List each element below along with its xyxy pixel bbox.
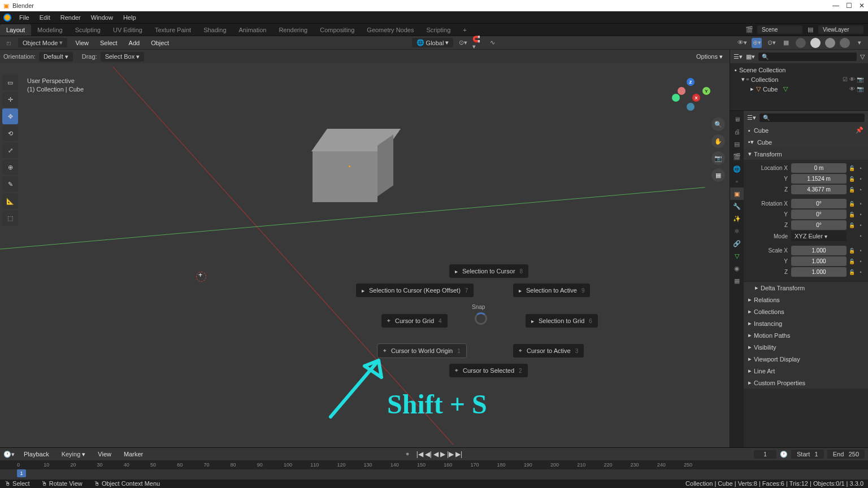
zoom-button[interactable]: 🔍 bbox=[711, 117, 725, 131]
menu-edit[interactable]: Edit bbox=[35, 12, 55, 23]
pie-cursor-to-active[interactable]: ⌖Cursor to Active3 bbox=[513, 344, 584, 358]
pie-cursor-to-world-origin[interactable]: ⌖Cursor to World Origin1 bbox=[377, 344, 466, 358]
shade-solid[interactable] bbox=[810, 38, 821, 48]
pie-selection-to-cursor-offset[interactable]: ▸Selection to Cursor (Keep Offset)7 bbox=[356, 284, 474, 297]
tab-add[interactable]: + bbox=[457, 24, 472, 36]
orient-field[interactable]: Default ▾ bbox=[39, 52, 73, 62]
tab-geonodes[interactable]: Geometry Nodes bbox=[361, 24, 420, 36]
tab-render[interactable]: 🖥 bbox=[730, 113, 744, 125]
menu-render[interactable]: Render bbox=[56, 12, 85, 23]
tl-playback[interactable]: Playback bbox=[20, 450, 53, 459]
tab-texturepaint[interactable]: Texture Paint bbox=[149, 24, 197, 36]
gizmo-x[interactable]: X bbox=[692, 94, 700, 102]
tab-animation[interactable]: Animation bbox=[233, 24, 273, 36]
props-datablock[interactable]: ▪▾ Cube bbox=[744, 136, 868, 148]
play-button[interactable]: ▶ bbox=[440, 450, 445, 458]
tab-material[interactable]: ◉ bbox=[730, 262, 744, 274]
end-frame[interactable]: End 250 bbox=[827, 450, 865, 459]
gizmo-neg-y[interactable] bbox=[672, 94, 680, 102]
tab-world[interactable]: 🌐 bbox=[730, 163, 744, 175]
panel-visibility[interactable]: ▸ Visibility bbox=[744, 341, 868, 353]
tree-collection[interactable]: ▾ ▫ Collection☑ 👁 📷 bbox=[732, 75, 866, 84]
gizmo-toggle-icon[interactable]: ⊕▾ bbox=[752, 38, 762, 48]
tab-viewlayer[interactable]: ▤ bbox=[730, 138, 744, 150]
tab-compositing[interactable]: Compositing bbox=[314, 24, 361, 36]
tl-marker[interactable]: Marker bbox=[120, 450, 146, 459]
panel-relations[interactable]: ▸ Relations bbox=[744, 294, 868, 306]
tool-rotate[interactable]: ⟲ bbox=[2, 125, 18, 141]
shade-matprev[interactable] bbox=[825, 38, 835, 48]
dropdown-rotmode[interactable]: XYZ Euler ▾ bbox=[791, 231, 847, 241]
outliner-type-icon[interactable]: ☰▾ bbox=[734, 53, 743, 60]
menu-help[interactable]: Help bbox=[119, 12, 141, 23]
tab-modeling[interactable]: Modeling bbox=[31, 24, 69, 36]
menu-view[interactable]: View bbox=[72, 38, 92, 47]
tab-shading[interactable]: Shading bbox=[197, 24, 232, 36]
tab-data[interactable]: ▽ bbox=[730, 250, 744, 262]
gizmo-neg-z[interactable] bbox=[687, 103, 695, 111]
tab-rendering[interactable]: Rendering bbox=[272, 24, 314, 36]
menu-add[interactable]: Add bbox=[125, 38, 144, 47]
panel-transform-header[interactable]: ▾ Transform bbox=[744, 148, 868, 160]
pivot-icon[interactable]: ⊙▾ bbox=[458, 38, 468, 48]
prev-key-button[interactable]: ◀| bbox=[425, 450, 432, 458]
viewport-3d[interactable]: Orientation: Default ▾ Drag: Select Box … bbox=[0, 50, 730, 447]
panel-custom-properties[interactable]: ▸ Custom Properties bbox=[744, 377, 868, 389]
tool-move[interactable]: ✥ bbox=[2, 108, 18, 124]
perspective-button[interactable]: ▦ bbox=[711, 168, 725, 182]
tab-scripting[interactable]: Scripting bbox=[420, 24, 457, 36]
close-button[interactable]: ✕ bbox=[859, 2, 865, 10]
tool-annotate[interactable]: ✎ bbox=[2, 176, 18, 192]
tool-measure[interactable]: 📐 bbox=[2, 193, 18, 209]
panel-instancing[interactable]: ▸ Instancing bbox=[744, 317, 868, 329]
tool-transform[interactable]: ⊕ bbox=[2, 159, 18, 175]
field-sx[interactable]: 1.000 bbox=[791, 246, 847, 255]
editor-type-icon[interactable]: ⏍ bbox=[3, 38, 14, 48]
play-rev-button[interactable]: ◀ bbox=[433, 450, 439, 458]
mode-dropdown[interactable]: Object Mode ▾ bbox=[18, 38, 67, 47]
timeline-track[interactable]: 1 bbox=[0, 469, 868, 480]
pie-cursor-to-grid[interactable]: ⌖Cursor to Grid4 bbox=[381, 314, 448, 328]
pie-cursor-to-selected[interactable]: ⌖Cursor to Selected2 bbox=[449, 364, 528, 377]
field-locy[interactable]: 1.1524 m bbox=[791, 174, 847, 184]
shade-rendered[interactable] bbox=[840, 38, 850, 48]
gizmo-y[interactable]: Y bbox=[702, 87, 710, 95]
playhead[interactable]: 1 bbox=[17, 469, 26, 477]
panel-collections[interactable]: ▸ Collections bbox=[744, 306, 868, 317]
field-rotx[interactable]: 0° bbox=[791, 199, 847, 208]
menu-select[interactable]: Select bbox=[97, 38, 121, 47]
proportional-icon[interactable]: ∿ bbox=[487, 38, 497, 48]
panel-delta-transform[interactable]: ▸ Delta Transform bbox=[744, 282, 868, 294]
xray-icon[interactable]: ▦ bbox=[781, 38, 791, 48]
next-key-button[interactable]: |▶ bbox=[447, 450, 454, 458]
mesh-cube[interactable] bbox=[314, 129, 390, 202]
field-roty[interactable]: 0° bbox=[791, 210, 847, 219]
panel-line-art[interactable]: ▸ Line Art bbox=[744, 365, 868, 377]
current-frame[interactable]: 1 bbox=[754, 450, 776, 459]
timeline-type-icon[interactable]: 🕐▾ bbox=[3, 451, 15, 458]
pie-selection-to-grid[interactable]: ▸Selection to Grid6 bbox=[526, 314, 598, 328]
tab-sculpting[interactable]: Sculpting bbox=[69, 24, 107, 36]
field-sy[interactable]: 1.000 bbox=[791, 256, 847, 266]
field-locz[interactable]: 4.3677 m bbox=[791, 185, 847, 194]
panel-viewport-display[interactable]: ▸ Viewport Display bbox=[744, 353, 868, 365]
tree-scene-collection[interactable]: ▪ Scene Collection bbox=[732, 66, 866, 75]
shading-dropdown-icon[interactable]: ▾ bbox=[854, 38, 865, 48]
maximize-button[interactable]: ☐ bbox=[846, 2, 852, 10]
tab-uvediting[interactable]: UV Editing bbox=[107, 24, 149, 36]
menu-window[interactable]: Window bbox=[86, 12, 118, 23]
gizmo-neg-x[interactable] bbox=[678, 87, 685, 95]
menu-object[interactable]: Object bbox=[147, 38, 172, 47]
tool-scale[interactable]: ⤢ bbox=[2, 142, 18, 158]
field-sz[interactable]: 1.000 bbox=[791, 267, 847, 277]
overlay-icon[interactable]: ⊙▾ bbox=[766, 38, 776, 48]
tab-output[interactable]: 🖨 bbox=[730, 125, 744, 138]
start-frame[interactable]: Start 1 bbox=[791, 450, 824, 459]
orient-dropdown[interactable]: 🌐 Global ▾ bbox=[412, 38, 454, 47]
gizmo-z[interactable]: Z bbox=[687, 78, 695, 86]
drag-field[interactable]: Select Box ▾ bbox=[101, 52, 145, 62]
timeline-ruler[interactable]: 0102030405060708090100110120130140150160… bbox=[0, 460, 868, 469]
tab-texture[interactable]: ▦ bbox=[730, 274, 744, 287]
tl-keying[interactable]: Keying ▾ bbox=[58, 450, 89, 459]
field-rotz[interactable]: 0° bbox=[791, 220, 847, 230]
